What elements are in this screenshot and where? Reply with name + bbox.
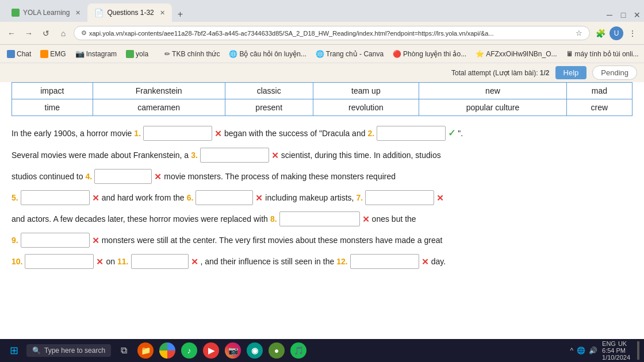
word-bank-cell: team up xyxy=(313,83,419,99)
blank-10[interactable] xyxy=(25,254,94,269)
blank-1[interactable] xyxy=(143,126,212,141)
bookmark-maytinh[interactable]: 🖩 máy tính bỏ túi onli... xyxy=(564,49,641,59)
network-icon: 🌐 xyxy=(577,346,585,355)
pending-button[interactable]: Pending xyxy=(592,66,637,80)
taskbar-search[interactable]: 🔍 Type here to search xyxy=(26,344,111,357)
date-display: 1/10/2024 xyxy=(602,354,630,361)
search-placeholder: Type here to search xyxy=(44,346,105,355)
bookmark-cauhoi[interactable]: 🌐 Bộ câu hỏi ôn luyện... xyxy=(227,49,308,59)
settings-icon[interactable]: ⋮ xyxy=(626,26,639,40)
tab-yola[interactable]: YOLA Learning ✕ xyxy=(5,3,87,22)
taskbar-icon-spotify[interactable]: 🎵 xyxy=(289,341,308,360)
blank-8[interactable] xyxy=(279,211,360,226)
content-area: impactFrankensteinclassicteam upnewmadti… xyxy=(0,82,644,360)
exercise-line-3: studios continued to 4. ✕ movie monsters… xyxy=(12,169,632,184)
star-icon[interactable]: ☆ xyxy=(576,29,582,37)
x-mark-7[interactable]: ✕ xyxy=(436,190,444,206)
exercise-line-7: 10. ✕ on 11. ✕ , and their influence is … xyxy=(12,254,632,269)
bookmark-tkb[interactable]: ✏ TKB chính thức xyxy=(162,49,222,59)
blank-3[interactable] xyxy=(200,148,269,163)
exercise-line-4: 5. ✕ and hard work from the 6. ✕ includi… xyxy=(12,190,632,206)
tkb-icon: ✏ xyxy=(164,50,170,58)
taskbar-icon-app1[interactable]: ▶ xyxy=(202,341,220,360)
x-mark-11[interactable]: ✕ xyxy=(191,254,198,269)
exercise-line-1: In the early 1900s, a horror movie 1. ✕ … xyxy=(12,125,632,142)
word-bank-cell: time xyxy=(12,99,93,116)
tab-questions-close[interactable]: ✕ xyxy=(160,9,165,17)
chat-bookmark-icon xyxy=(7,50,15,58)
blank-9[interactable] xyxy=(21,233,90,248)
minimize-button[interactable]: ─ xyxy=(603,8,616,22)
word-bank-cell: classic xyxy=(225,83,313,99)
bookmarks-bar: Chat EMG 📷 Instagram yola ✏ TKB chính th… xyxy=(0,45,644,63)
blank-7[interactable] xyxy=(365,190,434,205)
taskbar-icon-app3[interactable]: ● xyxy=(267,341,286,360)
word-bank-cell: Frankenstein xyxy=(93,83,225,99)
datetime-display: ENG UK 6:54 PM 1/10/2024 xyxy=(602,340,630,361)
word-bank-cell: cameramen xyxy=(93,99,225,116)
x-mark-8[interactable]: ✕ xyxy=(362,211,370,227)
profile-icon[interactable]: U xyxy=(610,26,623,40)
word-bank-cell: new xyxy=(419,83,567,99)
x-mark-9[interactable]: ✕ xyxy=(92,233,99,248)
extensions-icon[interactable]: 🧩 xyxy=(593,26,607,40)
blank-11[interactable] xyxy=(131,254,189,269)
address-bar[interactable]: ⚙ xapi.yola.vn/xapi-contents/aee11a28-7b… xyxy=(74,26,590,40)
blank-5[interactable] xyxy=(21,190,90,205)
word-bank-cell: present xyxy=(225,99,313,116)
x-mark-5[interactable]: ✕ xyxy=(92,190,99,206)
reload-button[interactable]: ↺ xyxy=(39,26,53,40)
system-tray: ^ 🌐 🔊 xyxy=(570,346,597,355)
cauhoi-icon: 🌐 xyxy=(229,50,237,58)
close-window-button[interactable]: ✕ xyxy=(630,8,644,22)
afz-icon: ⭐ xyxy=(476,50,484,58)
home-button[interactable]: ⌂ xyxy=(56,26,70,40)
x-mark-1[interactable]: ✕ xyxy=(214,126,222,141)
maytinh-icon: 🖩 xyxy=(566,50,573,58)
taskbar-icon-instagram[interactable]: 📷 xyxy=(224,341,242,360)
x-mark-3[interactable]: ✕ xyxy=(271,148,279,163)
windows-button[interactable]: ⊞ xyxy=(5,341,23,360)
blank-2[interactable] xyxy=(377,126,446,141)
word-bank-cell: popular culture xyxy=(419,99,567,116)
bookmark-phong[interactable]: 🔴 Phòng luyện thi ảo... xyxy=(390,49,469,59)
maximize-button[interactable]: □ xyxy=(616,8,630,22)
task-view-button[interactable]: ⧉ xyxy=(114,341,133,360)
x-mark-4[interactable]: ✕ xyxy=(154,169,162,184)
exercise-line-5: and actors. A few decades later, these h… xyxy=(12,211,632,227)
tab-yola-close[interactable]: ✕ xyxy=(75,9,80,17)
check-mark-2: ✓ xyxy=(448,125,455,142)
exercise-line-6: 9. ✕ monsters were still at the center. … xyxy=(12,233,632,248)
bookmark-yola[interactable]: yola xyxy=(124,49,151,59)
bookmark-afz[interactable]: ⭐ AFZxxOiHw9INBn_O... xyxy=(473,49,559,59)
blank-4[interactable] xyxy=(94,169,152,184)
taskbar-icon-files[interactable]: 📁 xyxy=(136,341,155,360)
bookmark-chat[interactable]: Chat xyxy=(5,49,33,59)
chevron-icon[interactable]: ^ xyxy=(570,346,573,355)
canva-icon: 🌐 xyxy=(316,50,324,58)
help-button[interactable]: Help xyxy=(555,66,587,79)
new-tab-button[interactable]: + xyxy=(172,7,189,22)
word-bank-cell: impact xyxy=(12,83,93,99)
bookmark-emg[interactable]: EMG xyxy=(38,49,68,59)
taskbar-icon-music[interactable]: ♪ xyxy=(180,341,198,360)
taskbar-icon-app2[interactable]: ◉ xyxy=(246,341,264,360)
taskbar-icon-browser[interactable] xyxy=(158,341,177,360)
blank-12[interactable] xyxy=(350,254,419,269)
info-bar: Total attempt (Lượt làm bài): 1/2 Help P… xyxy=(0,63,644,82)
bookmark-canva[interactable]: 🌐 Trang chủ - Canva xyxy=(313,49,386,59)
volume-icon[interactable]: 🔊 xyxy=(589,346,597,355)
x-mark-6[interactable]: ✕ xyxy=(255,190,263,206)
back-button[interactable]: ← xyxy=(5,26,18,40)
x-mark-10[interactable]: ✕ xyxy=(96,254,103,269)
x-mark-12[interactable]: ✕ xyxy=(421,254,429,269)
exercise-area: In the early 1900s, a horror movie 1. ✕ … xyxy=(12,125,632,269)
tab-questions[interactable]: 📄 Questions 1-32 ✕ xyxy=(87,3,171,22)
forward-button[interactable]: → xyxy=(22,26,36,40)
questions-favicon-icon: 📄 xyxy=(94,9,103,17)
show-desktop-button[interactable] xyxy=(637,341,639,360)
search-icon: 🔍 xyxy=(32,346,41,355)
exercise-line-2: Several movies were made about Frankenst… xyxy=(12,148,632,163)
blank-6[interactable] xyxy=(195,190,253,205)
bookmark-instagram[interactable]: 📷 Instagram xyxy=(73,48,119,59)
